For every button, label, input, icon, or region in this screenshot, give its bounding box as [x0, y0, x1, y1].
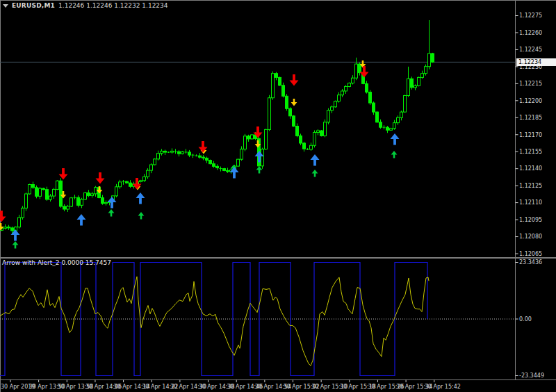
candle-bull	[418, 77, 420, 85]
candle-bear	[77, 197, 80, 205]
candle-bull	[84, 193, 87, 199]
price-axis-label: 1.12065	[519, 251, 542, 257]
candle-bear	[289, 108, 292, 116]
candle-bull	[407, 79, 410, 95]
current-price-tag: 1.12234	[516, 58, 556, 66]
candle-bull	[428, 54, 431, 67]
candle-bull	[352, 78, 354, 83]
signal-arrow-red-down-icon	[290, 74, 299, 86]
signal-arrow-green-up-icon	[391, 151, 398, 158]
candle-bull	[67, 206, 70, 209]
indicator-name-label: Arrow with Alert_2 0.0000 15.7457	[2, 259, 111, 266]
candle-bull	[4, 227, 7, 229]
indicator-axis-label: -23.3449	[519, 373, 544, 379]
indicator-yellow-line	[0, 277, 429, 366]
candle-bull	[181, 152, 184, 154]
panel-separator	[0, 257, 556, 259]
candle-bull	[70, 198, 73, 206]
candle-bull	[140, 181, 142, 182]
candle-bull	[115, 187, 118, 196]
signal-arrow-green-up-icon	[13, 241, 19, 249]
price-axis-label: 1.12170	[519, 132, 542, 138]
candle-bull	[150, 165, 153, 170]
candle-bear	[60, 181, 63, 206]
price-axis-label: 1.12155	[519, 149, 542, 155]
candle-bull	[404, 95, 407, 112]
candle-bull	[244, 136, 247, 149]
candle-bull	[56, 181, 59, 189]
price-axis-label: 1.12110	[519, 199, 542, 206]
price-axis-label: 1.12095	[519, 217, 542, 223]
candle-bull	[355, 64, 358, 78]
candle-bear	[164, 151, 167, 152]
candle-bull	[81, 199, 83, 206]
candle-bull	[49, 196, 52, 199]
chart-menu-triangle-icon	[3, 4, 8, 8]
candle-bear	[188, 152, 191, 155]
candle-bear	[199, 156, 202, 157]
price-axis-label: 1.12215	[519, 81, 542, 87]
candle-bear	[35, 188, 38, 197]
candle-bull	[414, 85, 417, 87]
candle-bull	[157, 154, 160, 159]
candle-bear	[126, 181, 129, 183]
signal-arrow-red-down-icon	[59, 168, 68, 180]
candle-bear	[209, 161, 212, 164]
candle-bull	[348, 83, 351, 87]
candle-bull	[310, 145, 313, 149]
candle-bear	[223, 169, 226, 171]
candle-bull	[39, 188, 42, 196]
candle-bull	[105, 202, 108, 203]
candle-bull	[341, 91, 344, 95]
candle-bear	[8, 227, 10, 228]
candle-bear	[379, 122, 382, 127]
candle-bull	[400, 112, 403, 117]
candle-bull	[240, 149, 243, 159]
candle-bear	[178, 152, 181, 154]
signal-arrow-blue-up-icon	[136, 193, 145, 204]
signal-arrow-blue-up-icon	[311, 154, 320, 166]
candle-bull	[22, 208, 24, 218]
candle-bear	[286, 96, 288, 108]
signal-arrow-green-up-icon	[138, 212, 145, 220]
symbol-timeframe-label: EURUSD,M1	[12, 2, 55, 9]
signal-arrow-green-up-icon	[312, 170, 318, 177]
candle-bear	[227, 170, 229, 171]
price-axis-label: 1.12200	[519, 98, 542, 104]
candle-bear	[366, 83, 368, 92]
price-axis-label: 1.12125	[519, 183, 542, 189]
candle-bear	[282, 85, 285, 96]
candle-bull	[237, 159, 240, 166]
candle-bull	[143, 177, 146, 180]
indicator-axis-label: 0.00	[519, 316, 532, 322]
candle-bear	[411, 79, 414, 88]
signal-arrow-green-up-icon	[256, 166, 263, 174]
chart-window: EURUSD,M1 1.12246 1.12246 1.12232 1.1223…	[0, 0, 556, 392]
candle-bear	[303, 143, 306, 149]
chart-canvas[interactable]: 1.122751.122601.122451.122301.122151.122…	[0, 0, 556, 392]
candle-bear	[293, 116, 295, 126]
candle-bull	[18, 218, 21, 227]
candle-bear	[11, 228, 14, 231]
candle-bear	[101, 198, 104, 204]
chart-title: EURUSD,M1 1.12246 1.12246 1.12232 1.1223…	[3, 2, 168, 9]
candle-bear	[129, 183, 132, 186]
candle-bull	[397, 117, 400, 122]
candle-bear	[213, 164, 215, 167]
price-axis-label: 1.12080	[519, 234, 542, 240]
candle-bull	[154, 159, 156, 165]
candle-bear	[32, 185, 35, 188]
candle-bull	[327, 111, 330, 122]
signal-arrow-green-up-icon	[108, 209, 115, 217]
candle-bull	[91, 194, 94, 196]
candle-bull	[272, 74, 275, 98]
candle-bull	[265, 129, 268, 149]
candle-bear	[63, 206, 66, 209]
signal-arrow-red-down-icon	[0, 211, 6, 222]
ohlc-quotes-label: 1.12246 1.12246 1.12232 1.12234	[58, 2, 167, 9]
candle-bull	[338, 95, 341, 101]
candle-bear	[320, 131, 323, 136]
candle-bear	[202, 157, 205, 158]
candle-bull	[324, 122, 327, 136]
candle-bear	[359, 64, 361, 73]
